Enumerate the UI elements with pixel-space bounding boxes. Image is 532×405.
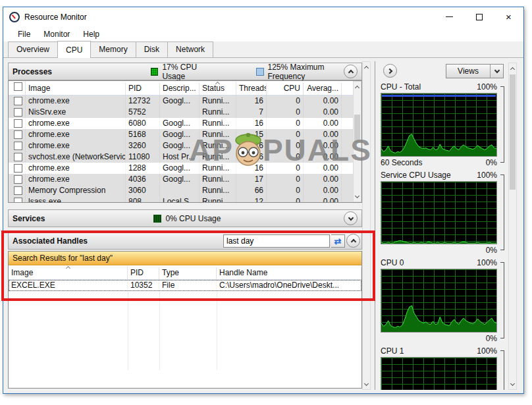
cell-pid: 11080 — [126, 151, 160, 163]
menu-item-file[interactable]: File — [11, 26, 37, 41]
table-row[interactable]: lsass.exe808Local S...Runni...1200.00 — [9, 196, 361, 203]
cell-image: chrome.exe — [26, 174, 126, 185]
graph-section: CPU 1100% — [381, 344, 506, 390]
cell-status: Runni... — [200, 163, 236, 174]
menu-item-monitor[interactable]: Monitor — [37, 26, 76, 41]
processes-header: Processes 17% CPU Usage 125% Maximum Fre… — [8, 63, 362, 80]
minimize-button[interactable] — [435, 7, 464, 26]
table-row[interactable]: Memory Compression3060Runni...6600.00 — [9, 185, 361, 196]
row-checkbox[interactable] — [14, 119, 22, 128]
cell-cpu: 0 — [267, 107, 304, 118]
cell-status: Runni... — [200, 140, 236, 151]
row-checkbox[interactable] — [14, 175, 22, 184]
cell-averag: 0.00 — [304, 140, 342, 151]
table-row[interactable]: chrome.exe12732Googl...Runni...1600.00 — [9, 95, 361, 107]
column-header[interactable]: PID — [126, 83, 160, 95]
graph-section: CPU 0100%0% — [381, 256, 506, 344]
column-header[interactable]: Status — [200, 82, 236, 95]
right-pane-scrollbar[interactable] — [508, 63, 517, 390]
cell-averag: 0.00 — [304, 129, 342, 140]
row-checkbox[interactable] — [14, 97, 22, 105]
graph-max-label: 100% — [477, 258, 497, 267]
cell-averag: 0.00 — [304, 95, 342, 107]
cell-image: chrome.exe — [26, 95, 126, 107]
row-checkbox[interactable] — [14, 198, 22, 203]
column-header[interactable]: Descrip... — [160, 83, 200, 95]
column-header[interactable]: Image — [26, 83, 126, 95]
row-checkbox[interactable] — [14, 153, 22, 161]
select-all-checkbox[interactable] — [9, 80, 26, 95]
processes-scrollbar[interactable] — [353, 81, 361, 202]
chevron-down-icon — [494, 68, 499, 73]
scale-bracket — [500, 86, 504, 163]
views-dropdown-arrow[interactable] — [490, 65, 503, 78]
scroll-up-icon[interactable] — [363, 62, 370, 72]
cell-image: chrome.exe — [26, 140, 126, 151]
resource-monitor-icon — [9, 12, 20, 22]
graph-min-label: 0% — [486, 246, 497, 255]
table-row[interactable]: chrome.exe4036Googl...Runni...1700.00 — [9, 174, 361, 185]
table-row[interactable]: svchost.exe (NetworkService...11080Host … — [9, 151, 361, 163]
title-bar: Resource Monitor × — [3, 7, 523, 26]
cell-averag: 0.00 — [304, 118, 342, 129]
left-pane-scrollbar[interactable] — [362, 61, 371, 390]
tab-cpu[interactable]: CPU — [57, 41, 91, 58]
cell-status: Runni... — [200, 95, 236, 107]
tab-network[interactable]: Network — [167, 41, 213, 57]
column-header[interactable]: CPU — [267, 83, 304, 95]
cpu-usage-swatch — [151, 68, 158, 76]
chevron-down-icon — [348, 215, 353, 220]
cell-image: chrome.exe — [26, 163, 126, 174]
graph-canvas — [381, 357, 497, 390]
views-button[interactable]: Views — [446, 64, 504, 78]
row-checkbox[interactable] — [14, 164, 22, 173]
scroll-up-icon[interactable] — [354, 82, 361, 92]
tab-memory[interactable]: Memory — [90, 41, 136, 57]
graphs-pane: Views CPU - Total100%60 Seconds0%Service… — [381, 63, 507, 390]
cell-averag: 0.00 — [304, 151, 342, 163]
cell-descrip: Googl... — [160, 118, 200, 129]
scrollbar-thumb[interactable] — [354, 115, 360, 142]
scroll-down-icon[interactable] — [363, 379, 370, 389]
maximize-button[interactable] — [464, 7, 494, 26]
column-header[interactable]: Averag... — [304, 83, 342, 95]
pane-splitter[interactable] — [375, 61, 375, 390]
cell-threads: 16 — [236, 163, 267, 174]
menu-item-help[interactable]: Help — [76, 26, 106, 41]
cell-threads: 66 — [236, 185, 267, 196]
cell-averag: 0.00 — [304, 185, 342, 196]
scrollbar-thumb[interactable] — [510, 74, 516, 190]
cell-descrip: Host Pr... — [160, 151, 200, 163]
cell-cpu: 0 — [267, 185, 304, 196]
row-checkbox[interactable] — [14, 186, 22, 195]
scale-bracket — [500, 175, 504, 250]
cell-threads: 16 — [236, 140, 267, 151]
scroll-down-icon[interactable] — [354, 192, 361, 202]
table-row[interactable]: chrome.exe3260Googl...Runni...1600.00 — [9, 140, 361, 151]
cell-cpu: 0 — [267, 151, 304, 163]
cell-status: Runni... — [200, 129, 236, 140]
table-row[interactable]: chrome.exe6080Googl...Runni...1600.00 — [9, 118, 361, 129]
scroll-up-icon[interactable] — [509, 63, 516, 73]
cell-cpu: 0 — [267, 174, 304, 185]
collapse-pane-button[interactable] — [383, 64, 397, 78]
scroll-down-icon[interactable] — [509, 379, 516, 389]
graph-max-label: 100% — [477, 82, 497, 92]
row-checkbox[interactable] — [14, 130, 22, 139]
expand-services-button[interactable] — [344, 211, 358, 225]
table-row[interactable]: chrome.exe5168Googl...Runni...1500.00 — [9, 129, 361, 140]
processes-section: Processes 17% CPU Usage 125% Maximum Fre… — [8, 63, 362, 203]
cell-status: Runni... — [200, 174, 236, 185]
close-button[interactable]: × — [494, 7, 523, 26]
table-row[interactable]: NisSrv.exe5752Runni...700.00 — [9, 107, 361, 118]
row-checkbox[interactable] — [14, 142, 22, 150]
column-header[interactable]: Threads — [236, 83, 267, 95]
graph-min-label: 0% — [486, 158, 497, 167]
table-row[interactable]: chrome.exe1288Googl...Runni...1600.00 — [9, 163, 361, 174]
tab-overview[interactable]: Overview — [8, 41, 58, 57]
collapse-processes-button[interactable] — [344, 65, 358, 78]
tab-disk[interactable]: Disk — [136, 41, 168, 57]
cell-descrip: Local S... — [160, 196, 200, 203]
cell-threads: 12 — [236, 196, 267, 203]
row-checkbox[interactable] — [14, 108, 22, 117]
